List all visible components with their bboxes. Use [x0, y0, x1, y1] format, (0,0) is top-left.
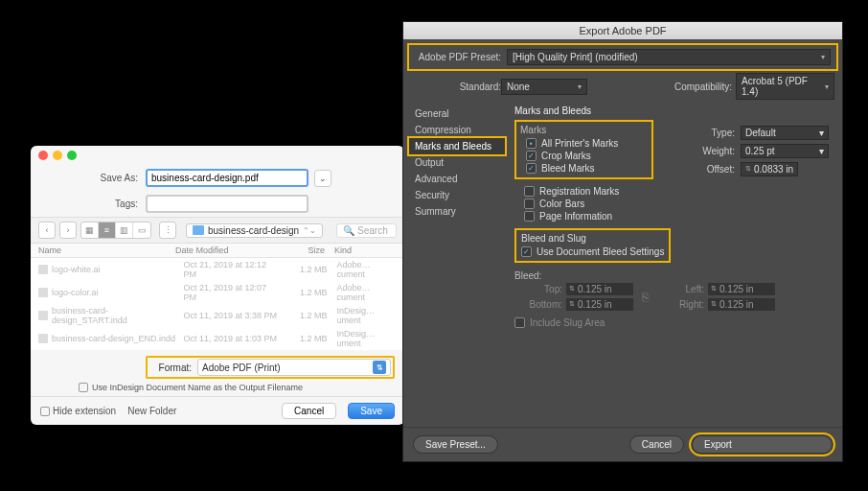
group-icon[interactable]: ⋮	[159, 222, 176, 239]
save-button[interactable]: Save	[348, 403, 395, 419]
standard-select[interactable]: None▾	[501, 79, 587, 95]
include-slug-checkbox[interactable]	[514, 317, 525, 328]
mac-footer: Hide extension New Folder Cancel Save	[31, 396, 404, 425]
mac-toolbar: ‹ › ▦ ≡ ▥ ▭ ⋮ business-card-design ⌃⌄ 🔍 …	[31, 217, 404, 244]
registration-label: Registration Marks	[539, 186, 619, 197]
format-select[interactable]: Adobe PDF (Print) ⇅	[197, 359, 391, 376]
use-name-checkbox[interactable]	[79, 383, 88, 392]
file-row[interactable]: business-card-design_START.inddOct 11, 2…	[31, 304, 404, 327]
stepper-icon: ⇅	[711, 287, 717, 292]
view-mode-segmented[interactable]: ▦ ≡ ▥ ▭	[80, 222, 151, 239]
sidebar-item-marks-bleeds[interactable]: Marks and Bleeds	[407, 136, 507, 156]
tags-input[interactable]	[146, 195, 308, 213]
use-doc-bleed-label: Use Document Bleed Settings	[537, 246, 664, 257]
save-as-input[interactable]	[146, 169, 308, 187]
file-row[interactable]: logo-white.aiOct 21, 2019 at 12:12 PM1.2…	[31, 258, 404, 281]
list-view-icon[interactable]: ≡	[99, 222, 116, 238]
standard-value: None	[507, 82, 530, 92]
format-label: Format:	[149, 362, 197, 373]
minimize-traffic-light[interactable]	[53, 151, 62, 160]
preset-label: Adobe PDF Preset:	[415, 52, 501, 62]
file-row[interactable]: business-card-design_END.inddOct 11, 201…	[31, 327, 404, 350]
type-select[interactable]: Default▾	[741, 126, 829, 140]
color-bars-checkbox[interactable]	[524, 199, 535, 209]
col-kind[interactable]: Kind	[334, 246, 397, 255]
preset-value: [High Quality Print] (modified)	[513, 52, 638, 62]
stepper-icon: ⇅	[711, 302, 717, 307]
search-icon: 🔍	[343, 225, 354, 236]
back-icon[interactable]: ‹	[38, 222, 56, 239]
link-icon[interactable]: ⎘	[637, 291, 652, 304]
format-value: Adobe PDF (Print)	[202, 362, 281, 373]
bleed-top-label: Top:	[514, 284, 562, 294]
all-printers-checkbox[interactable]: ▪	[526, 138, 537, 149]
section-title: Marks and Bleeds	[514, 105, 833, 116]
search-input[interactable]: 🔍 Search	[336, 223, 397, 238]
save-preset-button[interactable]: Save Preset...	[413, 435, 498, 454]
stepper-icon: ⇅	[745, 167, 751, 172]
zoom-traffic-light[interactable]	[67, 151, 77, 160]
file-icon	[38, 334, 48, 343]
save-as-label: Save As:	[40, 173, 146, 183]
folder-icon	[193, 225, 204, 235]
offset-input[interactable]: ⇅0.0833 in	[741, 162, 798, 176]
hide-extension-checkbox[interactable]: Hide extension	[40, 406, 116, 416]
bleed-marks-checkbox[interactable]	[526, 163, 537, 174]
file-row[interactable]: logo-color.aiOct 21, 2019 at 12:07 PM1.2…	[31, 281, 404, 304]
bleed-top-input: ⇅0.125 in	[566, 283, 633, 295]
new-folder-button[interactable]: New Folder	[127, 406, 176, 416]
adobe-footer: Save Preset... Cancel Export	[403, 427, 842, 461]
bleed-bottom-label: Bottom:	[514, 299, 562, 310]
page-info-label: Page Information	[539, 211, 612, 222]
standard-label: Standard:	[411, 82, 501, 92]
weight-select[interactable]: 0.25 pt▾	[741, 144, 829, 158]
close-traffic-light[interactable]	[38, 151, 48, 160]
sidebar-item-security[interactable]: Security	[409, 187, 505, 203]
type-label: Type:	[695, 128, 735, 138]
cancel-button[interactable]: Cancel	[629, 435, 684, 454]
format-highlight: Format: Adobe PDF (Print) ⇅	[146, 356, 395, 379]
sidebar-item-advanced[interactable]: Advanced	[409, 171, 505, 187]
bleed-bottom-input: ⇅0.125 in	[566, 298, 633, 311]
offset-label: Offset:	[695, 164, 735, 175]
weight-label: Weight:	[695, 146, 735, 156]
compat-value: Acrobat 5 (PDF 1.4)	[742, 76, 825, 97]
sidebar-item-general[interactable]: General	[409, 105, 505, 122]
mac-titlebar	[31, 146, 404, 165]
sidebar-item-summary[interactable]: Summary	[409, 203, 505, 220]
col-date[interactable]: Date Modified	[175, 246, 275, 255]
color-bars-label: Color Bars	[539, 199, 584, 209]
compat-select[interactable]: Acrobat 5 (PDF 1.4)▾	[736, 73, 834, 100]
bleed-right-input: ⇅0.125 in	[708, 298, 775, 311]
stepper-icon: ⇅	[569, 287, 575, 292]
marks-options: Type:Default▾ Weight:0.25 pt▾ Offset:⇅0.…	[695, 126, 829, 180]
export-button[interactable]: Export	[692, 435, 833, 454]
bleed-left-label: Left:	[656, 284, 704, 294]
folder-picker[interactable]: business-card-design ⌃⌄	[186, 223, 323, 238]
crop-marks-checkbox[interactable]	[526, 151, 537, 161]
icon-view-icon[interactable]: ▦	[81, 222, 99, 238]
sidebar-item-output[interactable]: Output	[409, 154, 505, 171]
expand-icon[interactable]: ⌄	[314, 170, 331, 187]
col-name[interactable]: Name	[38, 246, 175, 255]
mac-save-dialog: Save As: ⌄ Tags: ‹ › ▦ ≡ ▥ ▭ ⋮ business-…	[31, 146, 404, 425]
registration-checkbox[interactable]	[524, 186, 535, 197]
col-size[interactable]: Size	[275, 246, 334, 255]
forward-icon[interactable]: ›	[59, 222, 77, 239]
chevron-down-icon: ▾	[578, 82, 582, 91]
file-icon	[38, 288, 48, 297]
bleed-marks-label: Bleed Marks	[541, 163, 595, 174]
column-view-icon[interactable]: ▥	[116, 222, 133, 238]
chevron-down-icon: ▾	[819, 128, 824, 138]
bleed-highlight: Bleed and Slug Use Document Bleed Settin…	[514, 228, 671, 263]
adobe-export-dialog: Export Adobe PDF Adobe PDF Preset: [High…	[402, 21, 843, 462]
use-doc-bleed-checkbox[interactable]	[521, 246, 532, 257]
page-info-checkbox[interactable]	[524, 211, 535, 222]
preset-select[interactable]: [High Quality Print] (modified) ▾	[507, 49, 831, 65]
bleed-header: Bleed and Slug	[521, 233, 664, 244]
gallery-view-icon[interactable]: ▭	[133, 222, 150, 238]
cancel-button[interactable]: Cancel	[282, 403, 336, 419]
bleed-sub: Bleed:	[514, 270, 833, 281]
file-list-header: Name Date Modified Size Kind	[31, 244, 404, 258]
chevron-down-icon: ▾	[825, 82, 829, 91]
